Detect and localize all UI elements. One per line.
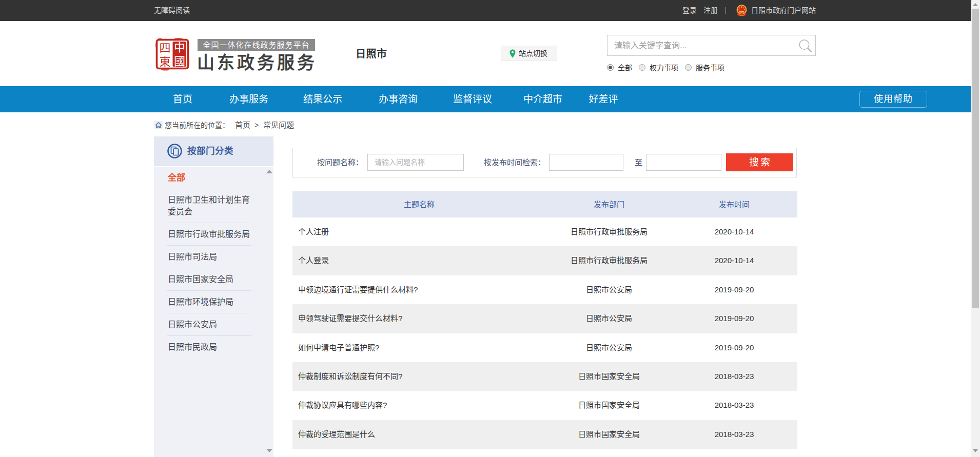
- svg-text:四: 四: [159, 42, 170, 54]
- svg-text:國: 國: [174, 55, 185, 68]
- svg-text:中: 中: [174, 41, 185, 54]
- svg-text:東: 東: [159, 55, 170, 68]
